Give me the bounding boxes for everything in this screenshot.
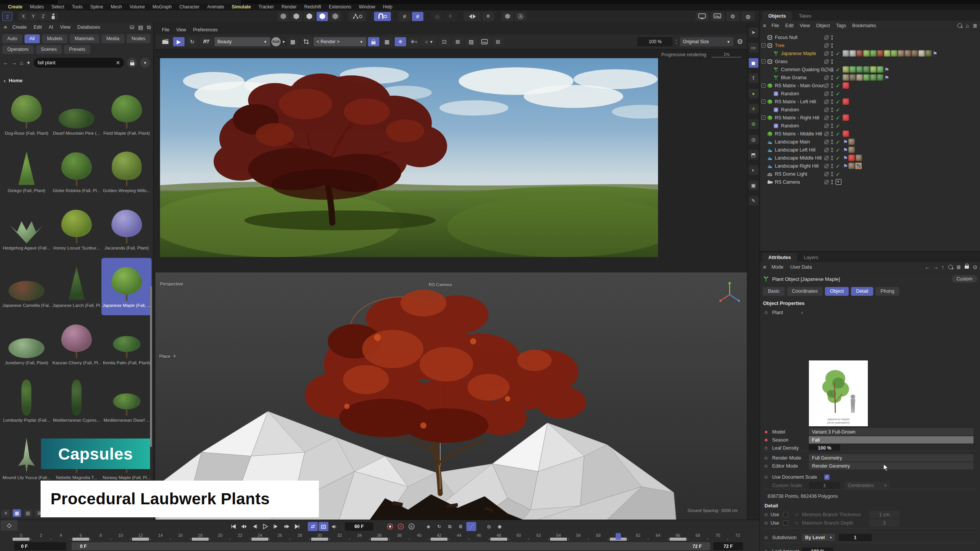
om-menu-bookmarks[interactable]: Bookmarks: [849, 23, 879, 28]
range-start-field[interactable]: 0 F: [14, 542, 66, 550]
timeline-document-icon[interactable]: [318, 522, 328, 531]
next-keyframe-icon[interactable]: [282, 522, 292, 531]
pen-tool-icon[interactable]: ✎: [749, 196, 758, 205]
attr-tab-object[interactable]: Object: [825, 287, 849, 296]
visibility-dots[interactable]: [831, 156, 833, 160]
snap-mode-icon[interactable]: ◎: [749, 135, 758, 144]
enabled-check-icon[interactable]: ✓: [836, 67, 840, 73]
rt-toggle[interactable]: RT: [200, 37, 213, 46]
visibility-dots[interactable]: [831, 83, 833, 88]
diamond-icon[interactable]: ◇: [764, 512, 768, 517]
key-position-icon[interactable]: ◈: [423, 522, 433, 531]
material-swatch[interactable]: [856, 50, 863, 57]
clear-icon[interactable]: ✕: [116, 60, 120, 65]
asset-card[interactable]: Dog-Rose (Fall, Plant): [2, 86, 52, 143]
visibility-dots[interactable]: [831, 148, 833, 152]
material-swatch[interactable]: [905, 50, 911, 57]
filter-chip-operators[interactable]: Operators: [2, 45, 34, 54]
dither-icon[interactable]: ▩: [287, 37, 299, 46]
timeline-ruler[interactable]: 0246810121416182022242628303234363840424…: [0, 533, 760, 541]
editor-toggle[interactable]: [824, 124, 829, 128]
viewport-camera-label[interactable]: Perspective: [160, 282, 183, 286]
key-scale-icon[interactable]: ⧉: [445, 522, 455, 531]
keyframe-block[interactable]: [490, 538, 507, 541]
menu-animate[interactable]: Animate: [204, 4, 227, 10]
use-min-checkbox[interactable]: [783, 512, 788, 517]
visibility-dots[interactable]: [831, 180, 833, 184]
thumbnail-view-icon[interactable]: ▦: [13, 509, 21, 517]
menu-character[interactable]: Character: [176, 4, 203, 10]
star-icon[interactable]: ✦: [26, 60, 31, 65]
menu-extensions[interactable]: Extensions: [325, 4, 355, 10]
visibility-dots[interactable]: [831, 91, 833, 96]
filter-chip-presets[interactable]: Presets: [64, 45, 90, 54]
asset-card[interactable]: Juneberry (Fall, Plant): [2, 315, 52, 373]
material-swatch[interactable]: [877, 74, 884, 81]
lock-icon[interactable]: [127, 58, 137, 68]
object-row[interactable]: RS Camera: [760, 178, 980, 186]
menu-tools[interactable]: Tools: [69, 4, 86, 10]
ab-menu-edit[interactable]: Edit: [31, 24, 45, 30]
attr-menu-mode[interactable]: Mode: [768, 264, 786, 270]
render-pass-select[interactable]: Beauty▼: [214, 37, 270, 46]
material-swatch[interactable]: [863, 74, 870, 81]
rendered-image-canvas[interactable]: [160, 58, 658, 257]
preview-range-slider[interactable]: 0 F 72 F: [72, 542, 710, 550]
custom-scale-field[interactable]: 1: [809, 482, 840, 489]
hierarchy-tool-icon[interactable]: [349, 12, 366, 21]
zoom-level-field[interactable]: 100 %: [637, 37, 673, 46]
pin-icon[interactable]: ⊙: [973, 264, 977, 270]
enabled-check-icon[interactable]: ✓: [836, 131, 840, 137]
object-row[interactable]: RS Matrix - Middle Hill✓: [760, 130, 980, 138]
enabled-check-icon[interactable]: ✓: [836, 163, 840, 169]
visibility-dots[interactable]: [831, 51, 833, 56]
forward-icon[interactable]: →: [11, 60, 17, 65]
use-document-scale-checkbox[interactable]: ✓: [824, 474, 830, 480]
axis-mode-icon[interactable]: ✛: [749, 104, 758, 114]
expander-icon[interactable]: −: [761, 99, 766, 104]
custom-scale-unit-select[interactable]: Centimeters▾: [845, 482, 889, 489]
asset-card[interactable]: Golden Weeping Willo...: [101, 143, 152, 201]
pop-out-icon[interactable]: ⧉: [147, 24, 151, 30]
menu-window[interactable]: Window: [356, 4, 379, 10]
material-swatch[interactable]: [849, 50, 856, 57]
visibility-dots[interactable]: [831, 172, 833, 176]
object-row[interactable]: −RS Matrix - Right Hill✓: [760, 114, 980, 122]
menu-simulate[interactable]: Simulate: [228, 4, 254, 10]
forward-icon[interactable]: →: [933, 264, 939, 270]
refresh-icon[interactable]: ↻: [186, 37, 198, 46]
menu-volume[interactable]: Volume: [126, 4, 148, 10]
material-swatch[interactable]: [877, 66, 884, 73]
visibility-dots[interactable]: [831, 140, 833, 144]
collapse-icon[interactable]: ‹: [4, 78, 6, 83]
visibility-dots[interactable]: [831, 108, 833, 112]
asset-scrollbar[interactable]: [150, 286, 152, 447]
lock-icon[interactable]: [965, 266, 969, 269]
material-swatch[interactable]: [898, 50, 904, 57]
material-swatch[interactable]: [891, 50, 897, 57]
gear-mode-icon[interactable]: ⚙: [749, 119, 758, 129]
prev-keyframe-icon[interactable]: [239, 522, 249, 531]
playhead[interactable]: [616, 533, 621, 540]
visibility-dots[interactable]: [831, 99, 833, 104]
keyframe-block[interactable]: [431, 538, 448, 541]
diamond-icon[interactable]: ◇: [764, 474, 768, 479]
keyframe-block[interactable]: [371, 538, 388, 541]
enabled-check-icon[interactable]: ✓: [836, 115, 840, 121]
min-branch-thickness-field[interactable]: 1 cm: [869, 511, 899, 518]
plant-preview-image[interactable]: Japanese Maple (Acer palmatum): [809, 360, 868, 426]
flag-tag-icon[interactable]: ⚑: [843, 155, 848, 161]
diamond-icon[interactable]: ◇: [764, 310, 768, 315]
play-icon[interactable]: ▶: [173, 37, 185, 46]
next-frame-icon[interactable]: [271, 522, 281, 531]
editor-toggle[interactable]: [824, 156, 829, 160]
diamond-icon[interactable]: ◇: [764, 463, 768, 468]
camera-tool-icon[interactable]: ▣: [749, 181, 758, 190]
grid-icon[interactable]: #: [399, 12, 410, 21]
om-menu-view[interactable]: View: [797, 23, 813, 28]
flag-tag-icon[interactable]: ⚑: [884, 75, 889, 81]
material-swatch[interactable]: [870, 74, 877, 81]
redshift-material-tag[interactable]: [848, 155, 855, 161]
workplane-icon[interactable]: ⬒: [749, 150, 758, 160]
attr-tab-coordinates[interactable]: Coordinates: [787, 287, 823, 296]
